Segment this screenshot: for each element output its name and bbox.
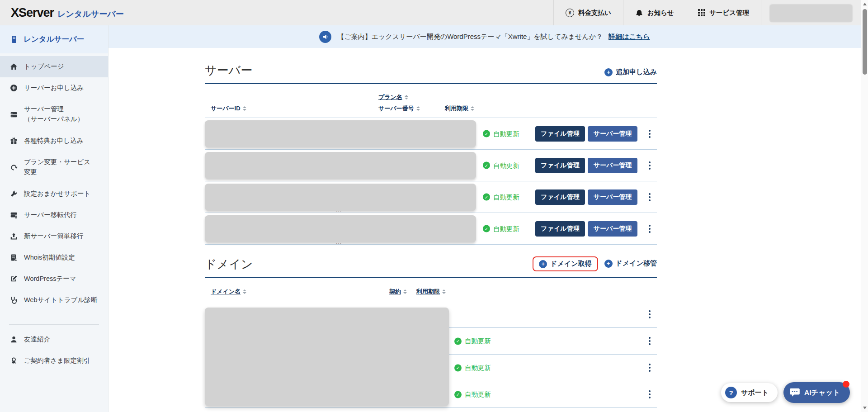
- notifications-menu-item[interactable]: お知らせ: [623, 0, 686, 25]
- logo-secondary: レンタルサーバー: [57, 9, 124, 19]
- status-badge: ✓ 自動更新: [483, 129, 519, 138]
- app-header: XServer レンタルサーバー ¥ 料金支払い お知らせ サービス管理: [0, 0, 868, 25]
- kebab-menu-button[interactable]: [643, 307, 656, 322]
- sidebar-item-managed-support[interactable]: 設定おまかせサポート: [0, 183, 108, 204]
- file-manage-button[interactable]: ファイル管理: [535, 158, 585, 173]
- kebab-menu-button[interactable]: [643, 333, 656, 349]
- sidebar-item-member-discount[interactable]: ご契約者さま限定割引: [0, 350, 108, 371]
- server-manage-button[interactable]: サーバー管理: [588, 126, 637, 142]
- stethoscope-icon: [10, 296, 18, 304]
- page-scrollbar[interactable]: [861, 0, 868, 412]
- billing-menu-item[interactable]: ¥ 料金支払い: [553, 0, 623, 25]
- sidebar-item-wordpress-theme[interactable]: WordPressテーマ: [0, 268, 108, 289]
- account-placeholder[interactable]: [769, 4, 853, 22]
- scroll-down-arrow-icon[interactable]: [863, 407, 867, 409]
- billing-label: 料金支払い: [578, 9, 611, 17]
- server-table-header: サーバーID プラン名 サーバー番号 利用期限: [205, 84, 657, 118]
- grid-icon: [698, 9, 705, 16]
- friend-icon: [10, 336, 18, 343]
- announcement-text: 【ご案内】エックスサーバー開発のWordPressテーマ「Xwrite」を試して…: [337, 33, 603, 41]
- server-manage-button[interactable]: サーバー管理: [588, 221, 637, 237]
- sidebar-service-label: レンタルサーバー: [24, 34, 84, 44]
- support-button[interactable]: ? サポート: [721, 383, 778, 402]
- check-icon: ✓: [454, 391, 462, 398]
- sidebar-item-server-apply[interactable]: サーバーお申し込み: [0, 77, 108, 99]
- sort-icon: [243, 289, 246, 294]
- column-usage-period[interactable]: 利用期限: [445, 104, 474, 113]
- whois-document-icon: [10, 254, 18, 261]
- sidebar-item-benefits[interactable]: 各種特典お申し込み: [0, 130, 108, 152]
- header-menu: ¥ 料金支払い お知らせ サービス管理: [553, 0, 861, 25]
- kebab-menu-button[interactable]: [643, 387, 656, 402]
- sidebar-item-label: ご契約者さま限定割引: [24, 356, 90, 366]
- sort-icon: [416, 106, 420, 111]
- upload-icon: [10, 232, 18, 240]
- wrench-icon: [10, 190, 18, 198]
- domain-get-button[interactable]: + ドメイン取得: [539, 260, 591, 268]
- kebab-menu-button[interactable]: [643, 189, 656, 205]
- sort-icon: [442, 289, 446, 294]
- server-manage-button[interactable]: サーバー管理: [588, 158, 637, 173]
- plus-circle-icon: +: [604, 260, 613, 268]
- sidebar-item-label: プラン変更・サービス変更: [24, 157, 95, 177]
- file-manage-button[interactable]: ファイル管理: [535, 126, 585, 142]
- service-management-menu-item[interactable]: サービス管理: [686, 0, 761, 25]
- gift-icon: [10, 137, 18, 145]
- sidebar-item-label: Whois初期値設定: [24, 253, 75, 263]
- kebab-menu-button[interactable]: [643, 360, 656, 375]
- column-server-id[interactable]: サーバーID: [211, 104, 246, 113]
- account-area: [761, 0, 861, 25]
- sidebar-nav: トップページ サーバーお申し込み サーバー管理（サーバーパネル） 各種特典お申し…: [0, 56, 108, 371]
- sidebar-service-header[interactable]: レンタルサーバー: [0, 25, 108, 53]
- column-usage-period[interactable]: 利用期限: [416, 288, 446, 296]
- sort-icon: [243, 106, 246, 111]
- check-icon: ✓: [483, 194, 490, 201]
- redacted-server-info: [205, 184, 476, 211]
- domain-section-header: ドメイン + ドメイン取得 + ドメイン移管: [205, 245, 657, 278]
- server-tower-icon: [10, 35, 18, 43]
- service-management-label: サービス管理: [709, 9, 749, 17]
- column-server-number[interactable]: サーバー番号: [378, 104, 420, 113]
- server-table-row: ✓ 自動更新 ファイル管理 サーバー管理: [205, 150, 657, 181]
- scrollbar-thumb[interactable]: [863, 9, 867, 75]
- server-manage-button[interactable]: サーバー管理: [588, 189, 637, 205]
- sidebar-item-plan-change[interactable]: プラン変更・サービス変更: [0, 152, 108, 183]
- column-contract[interactable]: 契約: [389, 288, 407, 296]
- truncated-text: ...: [336, 239, 342, 245]
- kebab-menu-button[interactable]: [643, 126, 656, 142]
- domain-section-title: ドメイン: [205, 257, 253, 271]
- column-plan-name[interactable]: プラン名: [378, 93, 408, 101]
- question-icon: ?: [725, 387, 737, 398]
- sidebar-item-top-page[interactable]: トップページ: [0, 56, 108, 77]
- sidebar-item-label: サーバー移転代行: [24, 210, 77, 220]
- kebab-menu-button[interactable]: [643, 221, 656, 237]
- floating-buttons: ? サポート AIチャット: [721, 382, 850, 403]
- status-badge: ✓ 自動更新: [454, 337, 491, 346]
- column-domain-name[interactable]: ドメイン名: [211, 288, 246, 296]
- app-logo[interactable]: XServer レンタルサーバー: [11, 6, 124, 20]
- redacted-server-info: [205, 215, 476, 242]
- domain-table-header: ドメイン名 契約 利用期限: [205, 278, 657, 301]
- announcement-detail-link[interactable]: 詳細はこちら: [609, 33, 650, 41]
- sidebar-item-server-panel[interactable]: サーバー管理（サーバーパネル）: [0, 99, 108, 130]
- check-icon: ✓: [483, 130, 490, 137]
- server-add-button[interactable]: + 追加申し込み: [604, 68, 657, 77]
- bell-icon: [635, 9, 643, 17]
- sidebar-item-site-trouble[interactable]: Webサイトトラブル診断: [0, 289, 108, 311]
- sidebar: レンタルサーバー トップページ サーバーお申し込み サーバー管理（サーバーパネル…: [0, 25, 108, 412]
- sidebar-item-refer-friend[interactable]: 友達紹介: [0, 329, 108, 350]
- file-manage-button[interactable]: ファイル管理: [535, 221, 585, 237]
- sidebar-item-whois[interactable]: Whois初期値設定: [0, 247, 108, 268]
- status-badge: ✓ 自動更新: [454, 390, 491, 399]
- redacted-domain-info: [205, 308, 449, 406]
- wordpress-theme-icon: [10, 275, 18, 283]
- ai-chat-button[interactable]: AIチャット: [783, 382, 850, 403]
- sidebar-item-easy-migration[interactable]: 新サーバー簡単移行: [0, 226, 108, 247]
- domain-transfer-button[interactable]: + ドメイン移管: [604, 259, 657, 269]
- kebab-menu-button[interactable]: [643, 158, 656, 173]
- sidebar-item-server-transfer[interactable]: サーバー移転代行: [0, 204, 108, 226]
- scroll-up-arrow-icon[interactable]: [863, 3, 867, 5]
- server-section-header: サーバー + 追加申し込み: [205, 48, 657, 84]
- redacted-server-info: [205, 152, 476, 179]
- file-manage-button[interactable]: ファイル管理: [535, 189, 585, 205]
